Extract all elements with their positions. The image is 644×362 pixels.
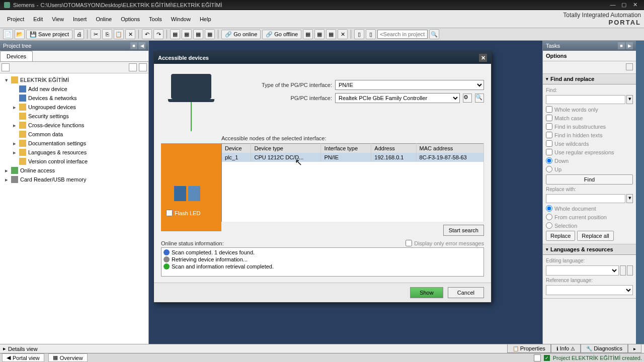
up-radio[interactable] (546, 166, 552, 172)
project-tree[interactable]: ▾ELEKTRİK EĞİTİMİAdd new deviceDevices &… (0, 73, 148, 350)
interface-refresh-icon[interactable]: 🔍 (475, 94, 484, 103)
portal-view-button[interactable]: ◀ Portal view (2, 353, 44, 362)
tasks-pin-icon[interactable]: ■ (618, 42, 625, 49)
selection-radio[interactable] (546, 222, 552, 229)
tree-item[interactable]: Common data (0, 130, 148, 139)
layout4-icon[interactable]: ▦ (205, 29, 215, 39)
menu-online[interactable]: Online (92, 15, 116, 24)
panel-collapse-icon[interactable]: ◀ (138, 42, 145, 49)
tool3-icon[interactable]: ▦ (326, 29, 336, 39)
stop-icon[interactable]: ✕ (338, 29, 348, 39)
column-header[interactable]: MAC address (416, 144, 484, 153)
dialog-close-icon[interactable]: ✕ (479, 54, 487, 62)
menu-window[interactable]: Window (167, 15, 195, 24)
tree-item[interactable]: ▸Languages & resources (0, 148, 148, 157)
lang-icon2[interactable] (627, 265, 633, 276)
only-errors-checkbox[interactable] (406, 240, 412, 246)
undo-icon[interactable]: ↶ (142, 29, 152, 39)
tree-item[interactable]: ▸Documentation settings (0, 139, 148, 148)
right-dock-strip[interactable] (636, 41, 644, 350)
split2-icon[interactable]: ▯ (366, 29, 376, 39)
tree-item[interactable]: Security settings (0, 112, 148, 121)
flash-led-checkbox[interactable] (166, 210, 173, 216)
search-input[interactable] (377, 30, 428, 39)
delete-icon[interactable]: ✕ (125, 29, 135, 39)
lang-icon[interactable] (620, 265, 626, 276)
tree-refresh-icon[interactable] (139, 63, 147, 71)
tool-icon[interactable]: ▦ (303, 29, 313, 39)
overview-button[interactable]: ▦ Overview (48, 353, 88, 362)
interface-config-icon[interactable]: ⚙ (463, 94, 472, 103)
split-icon[interactable]: ▯ (354, 29, 364, 39)
languages-header[interactable]: ▾ Languages & resources (543, 244, 636, 255)
open-project-icon[interactable]: 📂 (15, 29, 25, 39)
menu-project[interactable]: Project (3, 15, 28, 24)
menu-view[interactable]: View (48, 15, 68, 24)
options-expand-icon[interactable] (626, 63, 633, 70)
new-project-icon[interactable]: 📄 (3, 29, 13, 39)
whole-words-checkbox[interactable] (546, 106, 552, 113)
replace-button[interactable]: Replace (546, 231, 575, 241)
tree-item[interactable]: Devices & networks (0, 94, 148, 103)
go-online-button[interactable]: 🔗 Go online (221, 30, 261, 39)
paste-icon[interactable]: 📋 (114, 29, 124, 39)
layout3-icon[interactable]: ▦ (193, 29, 203, 39)
regex-checkbox[interactable] (546, 149, 552, 155)
down-radio[interactable] (546, 157, 552, 164)
tree-item[interactable]: ▾ELEKTRİK EĞİTİMİ (0, 75, 148, 84)
layout-icon[interactable]: ▦ (170, 29, 180, 39)
wildcards-checkbox[interactable] (546, 140, 552, 147)
tree-item[interactable]: Version control interface (0, 157, 148, 166)
cancel-button[interactable]: Cancel (448, 287, 484, 298)
find-input[interactable] (546, 95, 625, 104)
replace-all-button[interactable]: Replace all (577, 231, 613, 241)
tasks-collapse-icon[interactable]: ▶ (626, 42, 633, 49)
tree-item[interactable]: Add new device (0, 84, 148, 94)
tab-more[interactable]: ▸ (628, 344, 641, 353)
tree-view-icon[interactable] (129, 63, 137, 71)
menu-insert[interactable]: Insert (69, 15, 91, 24)
column-header[interactable]: Interface type (321, 144, 371, 153)
hidden-checkbox[interactable] (546, 132, 552, 138)
tree-tool-icon[interactable] (2, 63, 10, 71)
column-header[interactable]: Device (222, 144, 251, 153)
tree-item[interactable]: ▸Card Reader/USB memory (0, 175, 148, 184)
table-row[interactable]: plc_1 CPU 1212C DC/D... PN/IE 192.168.0.… (222, 153, 484, 162)
whole-doc-radio[interactable] (546, 205, 552, 212)
dialog-titlebar[interactable]: Accessible devices ✕ (154, 52, 491, 64)
tab-diagnostics[interactable]: 🔧 Diagnostics (581, 344, 628, 353)
from-current-radio[interactable] (546, 214, 552, 220)
column-header[interactable]: Device type (251, 144, 321, 153)
match-case-checkbox[interactable] (546, 115, 552, 121)
tab-info[interactable]: ℹ Info ⚠ (551, 344, 581, 353)
panel-pin-icon[interactable]: ■ (130, 42, 137, 49)
tree-item[interactable]: ▸Ungrouped devices (0, 103, 148, 112)
start-search-button[interactable]: Start search (443, 225, 484, 236)
print-icon[interactable]: 🖨 (74, 29, 84, 39)
copy-icon[interactable]: ⎘ (102, 29, 112, 39)
devices-table[interactable]: DeviceDevice typeInterface typeAddressMA… (221, 143, 484, 222)
tree-item[interactable]: ▸Online access (0, 166, 148, 175)
show-button[interactable]: Show (410, 287, 443, 298)
tab-devices[interactable]: Devices (0, 51, 33, 61)
menu-options[interactable]: Options (117, 15, 144, 24)
column-header[interactable]: Address (371, 144, 416, 153)
maximize-button[interactable]: ▢ (619, 2, 629, 8)
find-dropdown-icon[interactable]: ▾ (626, 95, 633, 104)
cut-icon[interactable]: ✂ (91, 29, 101, 39)
layout2-icon[interactable]: ▦ (182, 29, 192, 39)
replace-dropdown-icon[interactable]: ▾ (626, 194, 633, 203)
status-log[interactable]: Scan completed. 1 devices found.Retrievi… (161, 247, 484, 277)
editing-lang-select[interactable] (546, 265, 619, 276)
save-project-button[interactable]: 💾 Save project (26, 30, 72, 39)
replace-input[interactable] (546, 194, 625, 203)
menu-help[interactable]: Help (196, 15, 215, 24)
menu-tools[interactable]: Tools (145, 15, 166, 24)
close-button[interactable]: ✕ (630, 2, 640, 8)
search-go-icon[interactable]: 🔍 (429, 29, 439, 39)
redo-icon[interactable]: ↷ (153, 29, 164, 39)
reference-lang-select[interactable] (546, 285, 633, 295)
find-button[interactable]: Find (546, 174, 633, 185)
go-offline-button[interactable]: 🔗 Go offline (262, 30, 301, 39)
type-select[interactable]: PN/IE (335, 80, 484, 90)
